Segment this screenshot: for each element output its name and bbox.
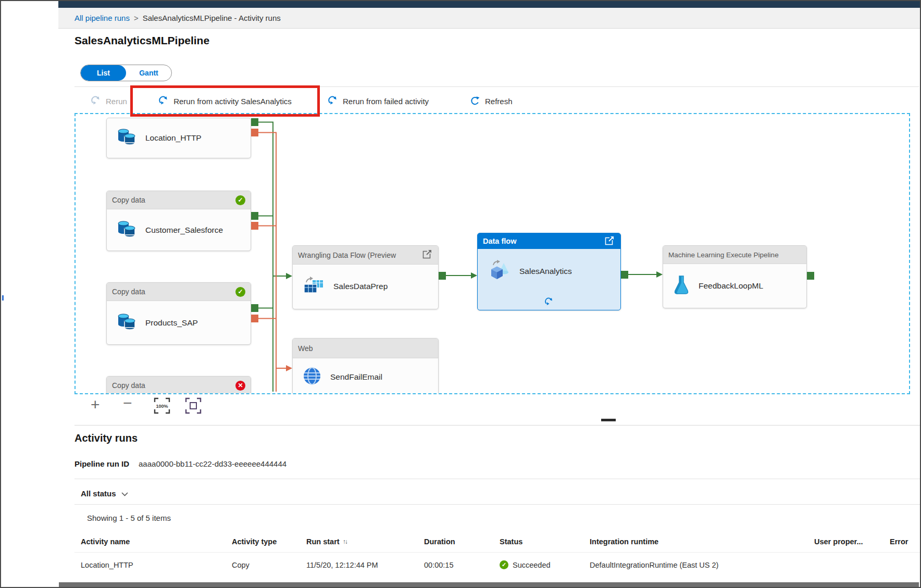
node-feedback-loop-ml[interactable]: Machine Learning Execute Pipeline Feedba… bbox=[663, 245, 807, 308]
node-title: FeedbackLoopML bbox=[699, 281, 763, 291]
refresh-button[interactable]: Refresh bbox=[470, 86, 513, 116]
node-type-label: Data flow bbox=[483, 237, 604, 245]
tab-list[interactable]: List bbox=[81, 65, 126, 81]
failure-port bbox=[251, 129, 258, 136]
activity-runs-table: Activity name Activity type Run start ↑↓… bbox=[74, 531, 921, 577]
node-customer-salesforce[interactable]: Copy data ✓ Customer_Salesforce bbox=[106, 191, 251, 251]
node-send-fail-email[interactable]: Web SendFailEmail bbox=[292, 338, 439, 394]
activity-runs-heading: Activity runs bbox=[74, 432, 138, 444]
node-products-sap[interactable]: Copy data ✓ Products_SAP bbox=[106, 282, 251, 345]
zoom-out-button[interactable]: − bbox=[123, 395, 132, 411]
dataflow-icon bbox=[487, 260, 511, 283]
failure-port bbox=[251, 222, 258, 230]
sort-icon[interactable]: ↑↓ bbox=[343, 538, 347, 545]
rerun-label: Rerun bbox=[106, 97, 127, 106]
rerun-icon bbox=[158, 96, 169, 106]
horizontal-scrollbar[interactable] bbox=[59, 582, 919, 587]
divider bbox=[74, 504, 920, 505]
node-sales-analytics[interactable]: Data flow SalesAnalytics bbox=[477, 233, 621, 310]
node-type-label: Wrangling Data Flow (Preview bbox=[298, 251, 421, 259]
failed-badge-icon: ✕ bbox=[235, 381, 245, 391]
node-type-label: Machine Learning Execute Pipeline bbox=[668, 251, 801, 259]
success-port bbox=[439, 272, 446, 280]
node-type-label: Copy data bbox=[112, 287, 235, 296]
node-type-label: Web bbox=[298, 344, 433, 353]
node-title: SalesDataPrep bbox=[333, 282, 388, 291]
table-row[interactable]: Location_HTTP Copy 11/5/20, 12:12:44 PM … bbox=[74, 552, 921, 577]
node-sales-data-prep[interactable]: Wrangling Data Flow (Preview SalesDataPr… bbox=[292, 245, 439, 309]
rerun-icon bbox=[91, 96, 101, 106]
succeeded-badge-icon: ✓ bbox=[235, 195, 245, 205]
scrollbar-thumb[interactable] bbox=[601, 419, 616, 421]
node-copy-failed[interactable]: Copy data ✕ bbox=[106, 376, 251, 394]
zoom-100-button[interactable]: 100% bbox=[153, 397, 171, 417]
success-port bbox=[251, 212, 258, 220]
copy-data-icon bbox=[116, 220, 137, 241]
rerun-from-failed-label: Rerun from failed activity bbox=[343, 97, 429, 106]
refresh-label: Refresh bbox=[485, 97, 513, 106]
node-title: Customer_Salesforce bbox=[145, 226, 223, 235]
col-activity-name: Activity name bbox=[81, 537, 232, 546]
cell-integration-runtime: DefaultIntegrationRuntime (East US 2) bbox=[590, 561, 814, 569]
node-location-http[interactable]: Location_HTTP bbox=[106, 118, 251, 158]
col-duration: Duration bbox=[424, 537, 500, 546]
zoom-level-label: 100% bbox=[156, 404, 168, 409]
rerun-from-activity-button[interactable]: Rerun from activity SalesAnalytics bbox=[173, 97, 292, 106]
showing-count: Showing 1 - 5 of 5 items bbox=[87, 514, 171, 522]
breadcrumb-link-all-pipeline-runs[interactable]: All pipeline runs bbox=[74, 14, 130, 22]
rerun-button: Rerun bbox=[91, 86, 127, 116]
succeeded-icon: ✓ bbox=[500, 560, 508, 569]
success-port bbox=[251, 304, 258, 312]
breadcrumb: All pipeline runs > SalesAnalyticsMLPipe… bbox=[58, 8, 920, 29]
open-in-new-icon[interactable] bbox=[604, 235, 615, 248]
status-filter-label: All status bbox=[81, 489, 116, 498]
node-title: Products_SAP bbox=[145, 318, 198, 328]
node-title: SendFailEmail bbox=[330, 372, 382, 382]
success-port bbox=[807, 272, 814, 280]
breadcrumb-separator: > bbox=[134, 14, 139, 22]
divider bbox=[74, 479, 920, 479]
col-error: Error bbox=[890, 537, 921, 546]
cell-activity-type: Copy bbox=[232, 561, 306, 569]
rerun-from-activity-highlight: Rerun from activity SalesAnalytics bbox=[130, 85, 320, 117]
col-activity-type: Activity type bbox=[232, 537, 306, 546]
node-type-label: Copy data bbox=[112, 381, 235, 390]
col-run-start[interactable]: Run start ↑↓ bbox=[306, 537, 424, 546]
pipeline-run-id-value: aaaa0000-bb11-cc22-dd33-eeeeee444444 bbox=[139, 459, 287, 468]
chevron-down-icon bbox=[121, 489, 128, 498]
copy-data-icon bbox=[116, 128, 137, 148]
status-filter-dropdown[interactable]: All status bbox=[81, 484, 128, 502]
rerun-icon bbox=[328, 96, 338, 106]
rerun-from-failed-button[interactable]: Rerun from failed activity bbox=[328, 86, 429, 116]
zoom-fit-button[interactable] bbox=[184, 397, 202, 417]
success-port bbox=[251, 118, 258, 126]
section-divider bbox=[74, 425, 920, 426]
cell-run-start: 11/5/20, 12:12:44 PM bbox=[306, 561, 424, 569]
stray-cursor-artifact bbox=[2, 295, 4, 301]
failure-port bbox=[251, 315, 258, 322]
refresh-icon bbox=[470, 96, 480, 106]
col-user-properties: User proper... bbox=[814, 537, 890, 546]
cell-status: ✓ Succeeded bbox=[500, 560, 590, 569]
globe-icon bbox=[302, 366, 322, 388]
rerun-icon[interactable] bbox=[544, 297, 554, 307]
copy-data-icon bbox=[116, 312, 137, 333]
breadcrumb-current: SalesAnalyticsMLPipeline - Activity runs bbox=[143, 14, 281, 22]
col-integration-runtime: Integration runtime bbox=[590, 537, 814, 546]
cell-duration: 00:00:15 bbox=[424, 561, 500, 569]
page-title: SalesAnalyticsMLPipeline bbox=[74, 34, 209, 47]
cell-activity-name: Location_HTTP bbox=[81, 561, 232, 569]
node-title: Location_HTTP bbox=[145, 133, 202, 143]
open-in-new-icon[interactable] bbox=[421, 248, 433, 261]
pipeline-run-id-label: Pipeline run ID bbox=[74, 459, 129, 468]
ml-flask-icon bbox=[673, 274, 690, 297]
zoom-in-button[interactable]: + bbox=[91, 397, 100, 412]
success-port bbox=[621, 271, 628, 279]
col-status: Status bbox=[500, 537, 590, 546]
succeeded-badge-icon: ✓ bbox=[235, 287, 245, 297]
node-title: SalesAnalytics bbox=[519, 267, 572, 276]
table-header-row: Activity name Activity type Run start ↑↓… bbox=[74, 531, 921, 552]
wrangling-dataflow-icon bbox=[302, 276, 325, 297]
pipeline-canvas[interactable]: Location_HTTP Copy data ✓ Customer_Sales… bbox=[74, 113, 910, 394]
tab-gantt[interactable]: Gantt bbox=[126, 65, 171, 81]
